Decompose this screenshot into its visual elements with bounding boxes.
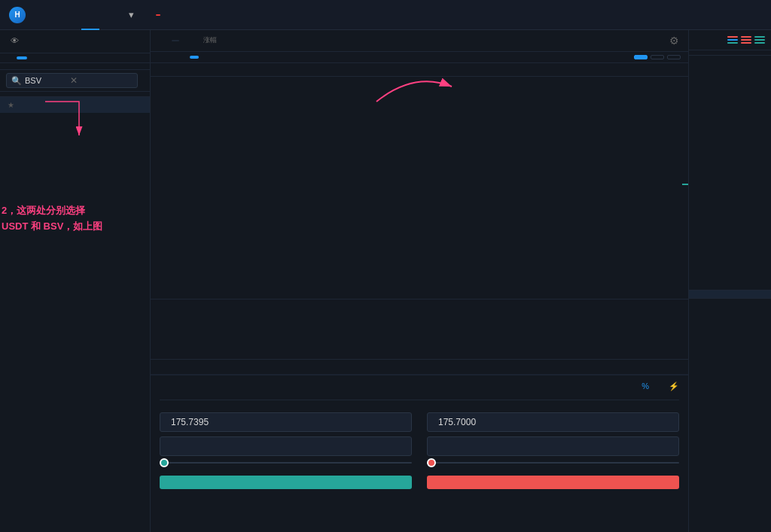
mid-price xyxy=(689,290,771,299)
search-row: 🔍 ✕ xyxy=(0,70,150,92)
tab-favorites[interactable] xyxy=(5,56,15,59)
nav-academy[interactable] xyxy=(143,0,169,30)
time-time[interactable] xyxy=(158,56,167,59)
nav-fiat[interactable] xyxy=(63,0,81,30)
trading-panel: % ⚡ xyxy=(151,374,688,532)
buy-slider-row[interactable] xyxy=(160,462,412,464)
time-1day[interactable] xyxy=(232,56,241,59)
sell-amount-input[interactable] xyxy=(438,441,672,451)
search-input-wrap[interactable]: 🔍 ✕ xyxy=(6,73,138,88)
sell-button[interactable] xyxy=(427,476,679,489)
leverage-btn[interactable]: ⚡ xyxy=(669,382,679,395)
volume-chart xyxy=(151,246,376,359)
nav-market[interactable] xyxy=(45,0,63,30)
portfolio-label: 👁 xyxy=(8,36,142,45)
nav-margin[interactable] xyxy=(99,0,117,30)
market-label xyxy=(172,40,179,41)
candlestick-chart xyxy=(151,77,376,190)
left-sidebar: 👁 🔍 ✕ ★ xyxy=(0,30,151,532)
buy-amount-row[interactable] xyxy=(160,436,412,456)
sell-slider-track[interactable] xyxy=(427,462,679,464)
hot-badge xyxy=(156,14,160,16)
trading-tabs: % ⚡ xyxy=(160,382,679,400)
time-1min[interactable] xyxy=(169,56,178,59)
candle-info-bar xyxy=(151,63,688,77)
main-layout: 👁 🔍 ✕ ★ xyxy=(0,30,771,532)
tab-usdt[interactable] xyxy=(17,56,27,59)
sell-slider-thumb[interactable] xyxy=(427,458,436,467)
x-axis xyxy=(151,359,688,374)
coin-star[interactable]: ★ xyxy=(8,101,14,109)
tab-ht[interactable] xyxy=(65,56,75,59)
clear-icon[interactable]: ✕ xyxy=(70,75,78,86)
alts-row[interactable] xyxy=(0,63,150,70)
sell-orders-list xyxy=(689,56,771,290)
right-sidebar xyxy=(688,30,771,532)
stat-change: 涨幅 xyxy=(203,35,217,46)
logo: H xyxy=(9,7,30,23)
orderbook-header xyxy=(689,30,771,50)
time-bar xyxy=(151,52,688,63)
time-30min[interactable] xyxy=(200,56,209,59)
time-1mon[interactable] xyxy=(253,56,262,59)
time-15min[interactable] xyxy=(190,56,199,59)
search-input[interactable] xyxy=(25,76,70,85)
buy-slider-thumb[interactable] xyxy=(160,458,169,467)
buy-column xyxy=(160,408,412,489)
current-price-tag xyxy=(682,184,688,185)
trade-columns xyxy=(160,408,679,489)
settings-icon[interactable]: ⚙ xyxy=(669,35,679,47)
buy-orders-list xyxy=(689,299,771,533)
chart-header: 涨幅 ⚙ xyxy=(151,30,688,52)
time-1hour[interactable] xyxy=(211,56,220,59)
chart-pro[interactable] xyxy=(651,55,664,59)
chart-depth[interactable] xyxy=(667,55,681,59)
buy-price-input[interactable] xyxy=(171,417,405,427)
coin-row-bsv[interactable]: ★ xyxy=(0,97,150,114)
portfolio-section: 👁 xyxy=(0,30,150,53)
tab-sl-tp[interactable] xyxy=(184,382,187,395)
ob-icon-sell[interactable] xyxy=(741,35,751,45)
search-icon: 🔍 xyxy=(11,76,22,86)
nav-spot[interactable] xyxy=(81,0,99,30)
filter-tabs xyxy=(0,53,150,63)
ob-icon-buy[interactable] xyxy=(754,35,765,45)
sell-price-input[interactable] xyxy=(438,417,672,427)
buy-slider-track[interactable] xyxy=(160,462,412,464)
sell-price-row[interactable] xyxy=(427,412,679,432)
volume-area xyxy=(151,299,688,359)
tab-btc[interactable] xyxy=(41,56,51,59)
chart-type-buttons xyxy=(634,55,681,59)
tab-husd[interactable] xyxy=(29,56,39,59)
center-panel: 涨幅 ⚙ xyxy=(151,30,688,532)
buy-amount-input[interactable] xyxy=(171,441,405,451)
tab-eth[interactable] xyxy=(53,56,63,59)
coin-table-header xyxy=(0,92,150,97)
buy-button[interactable] xyxy=(160,476,412,489)
orderbook-col-header xyxy=(689,50,771,56)
time-1week[interactable] xyxy=(242,56,251,59)
sell-amount-row[interactable] xyxy=(427,436,679,456)
time-4hour[interactable] xyxy=(221,56,230,59)
fee-rate[interactable]: % xyxy=(641,382,649,395)
logo-icon: H xyxy=(9,7,26,23)
buy-price-row[interactable] xyxy=(160,412,412,432)
chart-basic[interactable] xyxy=(634,55,648,59)
sell-column xyxy=(427,408,679,489)
nav-contract[interactable]: ▾ xyxy=(117,0,143,30)
time-5min[interactable] xyxy=(179,56,188,59)
ob-icon-both[interactable] xyxy=(727,35,738,45)
sell-slider-row[interactable] xyxy=(427,462,679,464)
orderbook-view-icons xyxy=(727,35,765,45)
header: H ▾ xyxy=(0,0,771,30)
